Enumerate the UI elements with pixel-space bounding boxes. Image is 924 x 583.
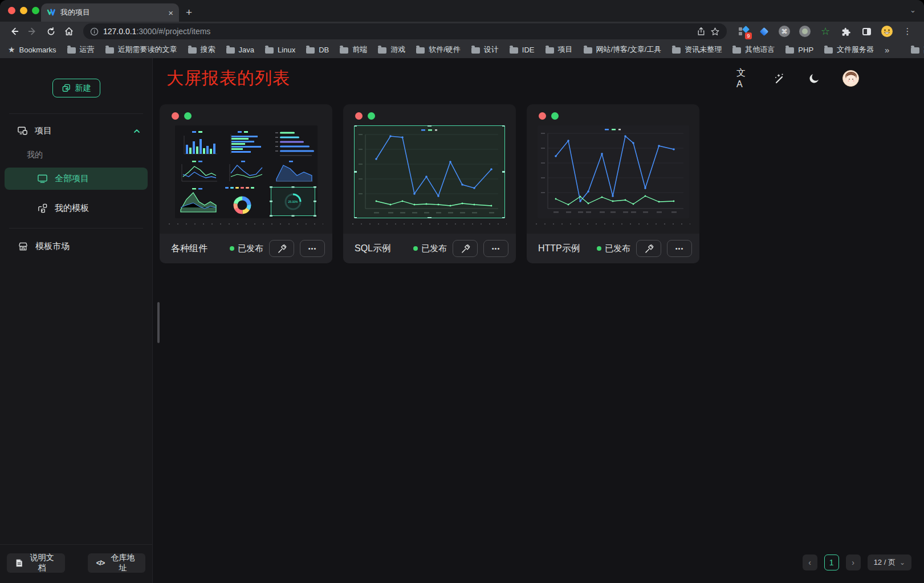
bookmark-folder[interactable]: 项目 [546, 44, 573, 55]
project-thumbnail[interactable] [354, 125, 505, 218]
browser-menu-icon[interactable]: ⋮ [901, 25, 914, 38]
extension-record-icon[interactable] [799, 25, 811, 38]
browser-window: 我的项目 × + ⌄ 127.0.0.1:3000/#/project/item… [0, 0, 924, 583]
bookmark-folder[interactable]: 近期需要读的文章 [105, 44, 177, 55]
bookmark-folder[interactable]: 游戏 [378, 44, 405, 55]
folder-icon [785, 47, 794, 54]
user-avatar[interactable] [842, 70, 859, 87]
edit-project-button[interactable] [269, 240, 294, 257]
extension-command-icon[interactable]: ⌘ [778, 25, 791, 38]
project-card-components: 25.00% 各种组件 已发布 [160, 104, 332, 263]
tab-close-icon[interactable]: × [168, 9, 173, 17]
bookmark-folder[interactable]: 运营 [67, 44, 95, 55]
home-icon[interactable] [62, 24, 76, 39]
bookmark-folder[interactable]: IDE [510, 46, 535, 54]
extension-star-icon[interactable]: ☆ [819, 25, 832, 38]
folder-icon [471, 47, 480, 54]
folder-icon [510, 47, 518, 54]
more-actions-button[interactable]: ••• [300, 240, 325, 257]
folder-icon [306, 47, 315, 54]
status-dot [413, 246, 418, 251]
bookmark-folder[interactable]: 软件/硬件 [416, 44, 461, 55]
more-actions-button[interactable]: ••• [667, 240, 692, 257]
folder-icon [416, 47, 425, 54]
forward-icon[interactable] [25, 24, 40, 39]
bookmarks-root[interactable]: ★Bookmarks [8, 45, 56, 54]
card-decoration-dots [527, 104, 699, 120]
page-size-dropdown[interactable]: 12 / 页 ⌄ [868, 555, 911, 570]
scrollbar-thumb[interactable] [157, 302, 160, 343]
address-bar[interactable]: 127.0.0.1:3000/#/project/items [83, 23, 727, 39]
green-dot [368, 112, 375, 120]
edit-project-button[interactable] [636, 240, 661, 257]
other-bookmarks[interactable]: 其他书签 [911, 44, 924, 55]
extensions-puzzle-icon[interactable] [840, 25, 852, 38]
sidebar-item-my-templates[interactable]: 我的模板 [5, 197, 148, 219]
divider [9, 113, 143, 114]
green-dot [551, 112, 559, 120]
sidebar-item-all-projects[interactable]: 全部项目 [5, 168, 148, 190]
bookmark-folder[interactable]: DB [306, 46, 329, 54]
card-footer: 各种组件 已发布 ••• [160, 234, 332, 263]
repo-button[interactable]: </> 仓库地址 [88, 553, 145, 573]
card-footer: HTTP示例 已发布 ••• [527, 234, 699, 263]
bookmark-folder[interactable]: PHP [785, 46, 813, 54]
folder-icon [265, 47, 274, 54]
bookmark-folder[interactable]: 资讯未整理 [672, 44, 722, 55]
red-dot [355, 112, 363, 120]
sidebar-section-projects[interactable]: 项目 [17, 125, 141, 136]
dark-mode-moon-icon[interactable] [807, 71, 821, 85]
folder-icon [67, 47, 76, 54]
bookmark-folder[interactable]: 其他语言 [732, 44, 775, 55]
bookmarks-overflow-icon[interactable]: » [885, 45, 889, 55]
more-icon: ••• [308, 246, 317, 252]
reload-icon[interactable] [43, 24, 58, 39]
back-icon[interactable] [7, 24, 22, 39]
magic-wand-icon[interactable] [772, 71, 785, 85]
project-name: SQL示例 [355, 243, 391, 255]
project-thumbnail[interactable]: 25.00% [175, 125, 318, 218]
new-tab-button[interactable]: + [186, 6, 192, 19]
bookmark-folder[interactable]: 搜索 [188, 44, 215, 55]
edit-project-button[interactable] [453, 240, 478, 257]
bookmark-folder[interactable]: 网站/博客/文章/工具 [584, 44, 662, 55]
zoom-window-button[interactable] [32, 7, 39, 14]
extension-grid-icon[interactable]: 9 [737, 25, 750, 38]
current-page-button[interactable]: 1 [824, 555, 839, 570]
new-project-button[interactable]: 新建 [52, 79, 100, 97]
green-dot [184, 112, 192, 120]
browser-toolbar: 127.0.0.1:3000/#/project/items 9 ⌘ ☆ [0, 22, 924, 41]
dotted-separator [352, 223, 507, 225]
language-icon[interactable]: 文A [736, 71, 750, 85]
more-actions-button[interactable]: ••• [483, 240, 508, 257]
side-panel-icon[interactable] [860, 25, 873, 38]
profile-avatar-icon[interactable] [881, 25, 893, 38]
prev-page-button[interactable]: ‹ [803, 555, 817, 570]
bookmark-star-icon[interactable] [710, 27, 720, 36]
star-icon: ★ [8, 45, 15, 54]
browser-tab[interactable]: 我的项目 × [41, 3, 179, 22]
docs-button[interactable]: 说明文档 [7, 553, 65, 573]
extension-kite-icon[interactable] [758, 25, 770, 38]
project-card-sql: SQL示例 已发布 ••• [343, 104, 516, 263]
next-page-button[interactable]: › [846, 555, 861, 570]
bookmark-folder[interactable]: Java [226, 46, 254, 54]
close-window-button[interactable] [8, 7, 15, 14]
site-info-icon[interactable] [90, 27, 99, 36]
bookmark-folder[interactable]: 前端 [340, 44, 367, 55]
tab-search-icon[interactable]: ⌄ [910, 6, 916, 14]
pagination: ‹ 1 › 12 / 页 ⌄ [803, 555, 911, 570]
sidebar-item-template-market[interactable]: 模板市场 [5, 235, 148, 258]
bookmark-folder[interactable]: 文件服务器 [824, 44, 874, 55]
share-icon[interactable] [697, 27, 706, 36]
chevron-up-icon[interactable] [133, 127, 141, 135]
minimize-window-button[interactable] [20, 7, 27, 14]
bookmark-folder[interactable]: 设计 [471, 44, 499, 55]
folder-icon [672, 47, 681, 54]
more-icon: ••• [675, 246, 684, 252]
bookmark-folder[interactable]: Linux [265, 46, 295, 54]
tab-title: 我的项目 [60, 7, 164, 18]
project-thumbnail[interactable] [538, 125, 689, 218]
project-cards: 25.00% 各种组件 已发布 [160, 104, 924, 263]
status-badge: 已发布 [597, 243, 630, 254]
